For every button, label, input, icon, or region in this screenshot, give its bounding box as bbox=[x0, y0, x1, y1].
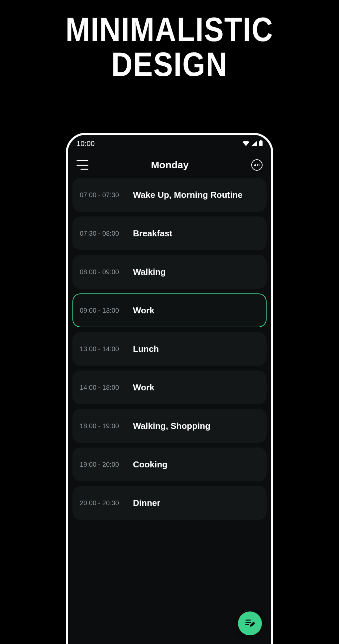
edit-fab-button[interactable] bbox=[238, 611, 262, 635]
schedule-row-label: Breakfast bbox=[133, 228, 172, 239]
schedule-row-label: Work bbox=[133, 382, 155, 393]
schedule-row-time: 07:30 - 08:00 bbox=[80, 230, 133, 237]
schedule-row[interactable]: 19:00 - 20:00Cooking bbox=[72, 447, 267, 481]
schedule-row-time: 19:00 - 20:00 bbox=[80, 461, 133, 468]
menu-icon bbox=[76, 165, 88, 166]
schedule-row-time: 18:00 - 19:00 bbox=[80, 422, 133, 430]
battery-icon bbox=[259, 139, 263, 148]
menu-icon bbox=[80, 169, 88, 170]
schedule-row-label: Walking, Shopping bbox=[133, 421, 210, 431]
signal-icon bbox=[251, 139, 257, 148]
schedule-row-time: 14:00 - 18:00 bbox=[80, 384, 133, 391]
schedule-row-label: Walking bbox=[133, 267, 166, 277]
edit-list-icon bbox=[245, 617, 255, 629]
topbar: Monday AD bbox=[68, 150, 271, 178]
ad-icon: AD bbox=[254, 163, 260, 167]
page-title: Monday bbox=[151, 159, 188, 171]
schedule-row[interactable]: 09:00 - 13:00Work bbox=[72, 293, 267, 327]
statusbar-time: 10:00 bbox=[76, 139, 95, 148]
schedule-row-time: 09:00 - 13:00 bbox=[80, 307, 133, 314]
phone-frame: 10:00 Monday AD 07:00 - 07:30Wake Up, Mo… bbox=[66, 133, 273, 644]
schedule-row-time: 08:00 - 09:00 bbox=[80, 268, 133, 276]
ad-button[interactable]: AD bbox=[251, 159, 263, 171]
schedule-row-time: 07:00 - 07:30 bbox=[80, 191, 133, 199]
schedule-row[interactable]: 13:00 - 14:00Lunch bbox=[72, 332, 267, 366]
schedule-row[interactable]: 07:00 - 07:30Wake Up, Morning Routine bbox=[72, 178, 267, 212]
wifi-icon bbox=[243, 139, 249, 148]
schedule-row-label: Wake Up, Morning Routine bbox=[133, 190, 243, 200]
statusbar-indicators bbox=[243, 139, 263, 148]
svg-rect-0 bbox=[260, 140, 262, 141]
schedule-row[interactable]: 08:00 - 09:00Walking bbox=[72, 255, 267, 289]
schedule-row-label: Work bbox=[133, 305, 155, 316]
schedule-list: 07:00 - 07:30Wake Up, Morning Routine07:… bbox=[68, 178, 271, 520]
schedule-row-label: Cooking bbox=[133, 459, 168, 470]
schedule-row-time: 20:00 - 20:30 bbox=[80, 499, 133, 507]
promo-title: MINIMALISTIC DESIGN bbox=[0, 12, 339, 82]
schedule-row[interactable]: 18:00 - 19:00Walking, Shopping bbox=[72, 409, 267, 443]
schedule-row[interactable]: 07:30 - 08:00Breakfast bbox=[72, 216, 267, 250]
promo-title-line2: DESIGN bbox=[0, 47, 339, 82]
schedule-row-label: Lunch bbox=[133, 344, 159, 354]
statusbar: 10:00 bbox=[68, 135, 271, 150]
menu-button[interactable] bbox=[76, 160, 88, 170]
schedule-row-time: 13:00 - 14:00 bbox=[80, 345, 133, 353]
svg-rect-1 bbox=[259, 141, 263, 146]
schedule-row[interactable]: 20:00 - 20:30Dinner bbox=[72, 486, 267, 520]
schedule-row[interactable]: 14:00 - 18:00Work bbox=[72, 370, 267, 404]
schedule-row-label: Dinner bbox=[133, 498, 160, 508]
promo-title-line1: MINIMALISTIC bbox=[0, 12, 339, 47]
menu-icon bbox=[76, 160, 88, 161]
